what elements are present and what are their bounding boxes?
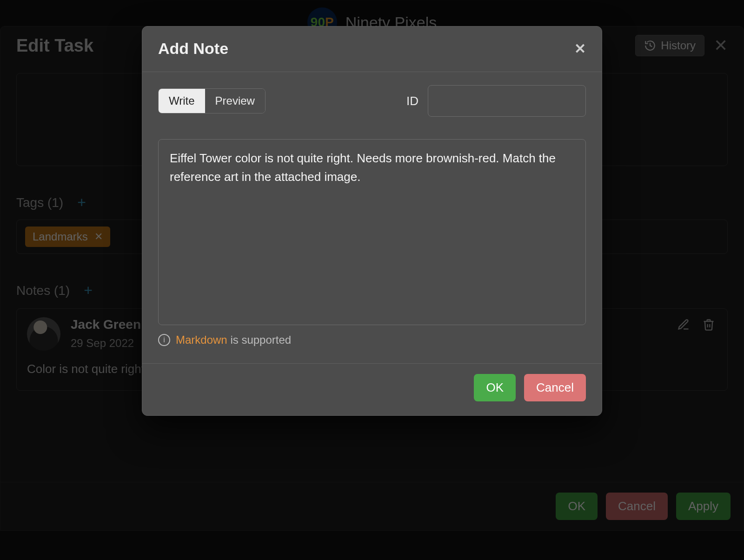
write-preview-tabs: Write Preview	[158, 88, 266, 113]
id-label: ID	[406, 94, 418, 108]
modal-cancel-button[interactable]: Cancel	[524, 374, 586, 401]
modal-footer: OK Cancel	[142, 363, 602, 415]
close-icon: ✕	[574, 41, 586, 56]
add-note-modal: Add Note ✕ Write Preview ID i Markdown i…	[142, 26, 602, 416]
markdown-link[interactable]: Markdown	[176, 333, 227, 346]
modal-ok-button[interactable]: OK	[474, 374, 516, 401]
modal-body: Write Preview ID i Markdown is supported	[142, 72, 602, 354]
id-field-group: ID	[406, 85, 586, 117]
tab-preview[interactable]: Preview	[205, 89, 265, 113]
note-textarea[interactable]	[158, 139, 586, 325]
id-input[interactable]	[428, 85, 586, 117]
info-icon: i	[158, 334, 170, 346]
modal-close-button[interactable]: ✕	[574, 40, 586, 57]
modal-top-row: Write Preview ID	[158, 85, 586, 117]
tab-write[interactable]: Write	[159, 89, 205, 113]
modal-title: Add Note	[158, 40, 228, 58]
markdown-support-row: i Markdown is supported	[158, 333, 586, 347]
markdown-support-text: is supported	[227, 333, 291, 346]
modal-header: Add Note ✕	[142, 27, 602, 72]
